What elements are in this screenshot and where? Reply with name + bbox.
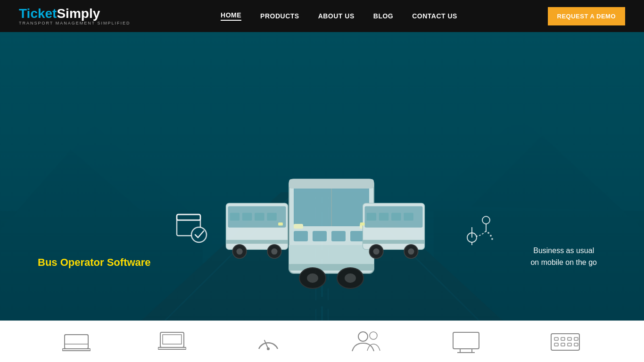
svg-rect-44 xyxy=(367,213,377,221)
hero-right-line2: on mobile on the go xyxy=(530,256,597,269)
svg-point-61 xyxy=(487,232,489,234)
schedule-check-icon xyxy=(174,212,212,250)
logo-ticket: Ticket xyxy=(19,6,57,21)
svg-rect-68 xyxy=(163,335,182,344)
svg-rect-83 xyxy=(554,343,558,346)
svg-rect-80 xyxy=(561,337,565,340)
svg-point-52 xyxy=(408,248,414,255)
svg-point-37 xyxy=(307,273,318,283)
feature-icon-3 xyxy=(254,330,282,354)
feature-icon-4 xyxy=(350,330,383,354)
svg-rect-18 xyxy=(255,213,264,221)
svg-rect-20 xyxy=(226,240,288,244)
svg-rect-64 xyxy=(65,335,88,349)
svg-rect-17 xyxy=(242,213,252,221)
hero-section: Bus Operator Software Business as usual … xyxy=(0,32,644,321)
hero-left-text: Bus Operator Software xyxy=(38,256,151,269)
laptop-bus-icon xyxy=(62,330,91,354)
svg-rect-35 xyxy=(289,264,374,271)
svg-rect-40 xyxy=(294,224,303,229)
hero-right-text: Business as usual on mobile on the go xyxy=(530,245,597,269)
header: TicketSimply TRANSPORT MANAGEMENT SIMPLI… xyxy=(0,0,644,32)
logo-subtitle: TRANSPORT MANAGEMENT SIMPLIFIED xyxy=(19,21,131,25)
svg-point-22 xyxy=(237,248,243,255)
svg-rect-65 xyxy=(65,335,88,344)
nav-contact[interactable]: CONTACT US xyxy=(412,12,457,20)
svg-point-57 xyxy=(191,227,206,242)
feature-icon-2 xyxy=(158,330,186,354)
svg-point-71 xyxy=(267,347,270,350)
logo-simply: Simply xyxy=(57,6,100,21)
keyboard-icon xyxy=(549,330,582,354)
svg-point-58 xyxy=(482,216,490,224)
svg-rect-29 xyxy=(289,179,374,189)
people-icon xyxy=(350,330,383,354)
feature-icon-5 xyxy=(451,330,481,354)
svg-rect-34 xyxy=(289,245,374,264)
svg-rect-53 xyxy=(360,222,365,226)
svg-rect-69 xyxy=(158,347,186,349)
svg-rect-82 xyxy=(574,337,578,340)
svg-rect-66 xyxy=(62,349,91,351)
buses-illustration xyxy=(214,170,430,292)
nav-blog[interactable]: BLOG xyxy=(373,12,393,20)
logo: TicketSimply TRANSPORT MANAGEMENT SIMPLI… xyxy=(19,7,131,25)
nav-home[interactable]: HOME xyxy=(221,11,241,21)
feature-icon-6 xyxy=(549,330,582,354)
svg-point-39 xyxy=(345,273,356,283)
svg-rect-84 xyxy=(561,343,565,346)
features-bar xyxy=(0,321,644,362)
svg-rect-48 xyxy=(363,240,424,244)
svg-rect-78 xyxy=(551,334,579,350)
svg-point-72 xyxy=(358,332,368,341)
laptop-bus-icon-2 xyxy=(158,330,186,354)
svg-rect-47 xyxy=(404,213,413,221)
hero-right-line1: Business as usual xyxy=(530,245,597,257)
svg-rect-55 xyxy=(177,214,200,220)
svg-point-50 xyxy=(373,248,380,255)
svg-rect-25 xyxy=(278,222,283,226)
svg-rect-30 xyxy=(294,231,308,241)
svg-rect-32 xyxy=(331,231,346,241)
main-nav: HOME PRODUCTS ABOUT US BLOG CONTACT US xyxy=(221,11,457,21)
route-location-icon xyxy=(460,213,498,251)
svg-rect-19 xyxy=(267,213,277,221)
feature-icon-1 xyxy=(62,330,91,354)
nav-about[interactable]: ABOUT US xyxy=(318,12,355,20)
dashboard-icon xyxy=(254,330,282,354)
svg-rect-45 xyxy=(379,213,389,221)
bus-operator-title: Bus Operator Software xyxy=(38,256,151,268)
monitor-icon xyxy=(451,330,481,354)
svg-point-24 xyxy=(271,248,277,255)
svg-rect-46 xyxy=(391,213,401,221)
svg-rect-33 xyxy=(350,231,364,241)
svg-rect-31 xyxy=(313,231,327,241)
svg-point-73 xyxy=(370,332,377,339)
svg-point-62 xyxy=(490,235,492,237)
svg-rect-85 xyxy=(568,343,571,346)
svg-rect-86 xyxy=(574,343,578,346)
svg-rect-74 xyxy=(453,332,479,349)
svg-rect-81 xyxy=(568,337,571,340)
svg-rect-16 xyxy=(230,213,240,221)
nav-products[interactable]: PRODUCTS xyxy=(260,12,299,20)
svg-point-63 xyxy=(491,238,493,240)
svg-rect-79 xyxy=(554,337,558,340)
request-demo-button[interactable]: REQUEST A DEMO xyxy=(548,7,626,25)
